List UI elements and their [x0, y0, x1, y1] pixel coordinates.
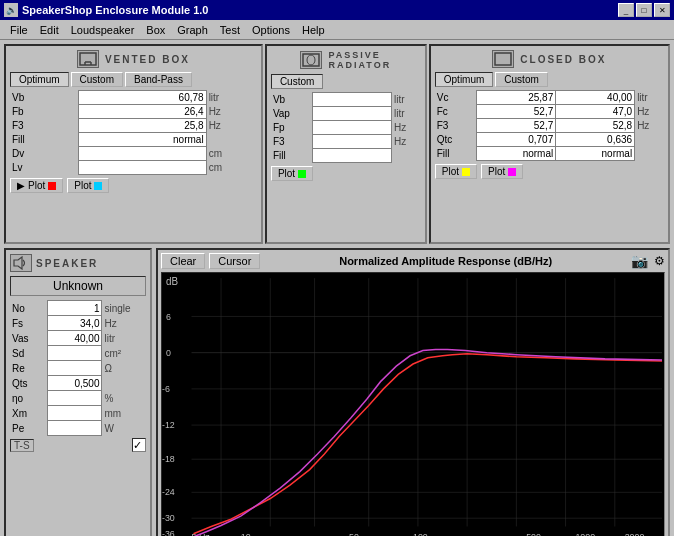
f3p-label: F3: [271, 135, 313, 149]
passive-plot-row: Plot: [271, 166, 421, 181]
menu-graph[interactable]: Graph: [171, 23, 214, 37]
passive-tab-custom[interactable]: Custom: [271, 74, 323, 89]
cursor-button[interactable]: Cursor: [209, 253, 260, 269]
menu-file[interactable]: File: [4, 23, 34, 37]
menu-edit[interactable]: Edit: [34, 23, 65, 37]
no-value2[interactable]: [47, 391, 102, 406]
fb-value[interactable]: 26,4: [78, 105, 206, 119]
qtc-value2[interactable]: 0,636: [556, 133, 635, 147]
re-value[interactable]: [47, 361, 102, 376]
svg-text:100: 100: [413, 532, 428, 536]
closed-tab-optimum[interactable]: Optimum: [435, 72, 494, 87]
svg-text:-12: -12: [162, 420, 175, 430]
clear-button[interactable]: Clear: [161, 253, 205, 269]
menu-bar: File Edit Loudspeaker Box Graph Test Opt…: [0, 20, 674, 40]
speaker-icon: [10, 254, 32, 272]
f3c-value2[interactable]: 52,8: [556, 119, 635, 133]
vb-value[interactable]: 60,78: [78, 91, 206, 105]
fillp-label: Fill: [271, 149, 313, 163]
db-axis-label: dB: [166, 276, 178, 287]
graph-icon-camera[interactable]: 📷: [631, 253, 648, 269]
vas-label: Vas: [10, 331, 47, 346]
menu-box[interactable]: Box: [140, 23, 171, 37]
fillv-value[interactable]: normal: [78, 133, 206, 147]
passive-plot-btn[interactable]: Plot: [271, 166, 313, 181]
vap-label: Vap: [271, 107, 313, 121]
fc-value2[interactable]: 47,0: [556, 105, 635, 119]
close-button[interactable]: ✕: [654, 3, 670, 17]
ts-checkbox[interactable]: ✓: [132, 438, 146, 452]
f3p-value[interactable]: [313, 135, 392, 149]
no-value[interactable]: 1: [47, 301, 102, 316]
vbp-value[interactable]: [313, 93, 392, 107]
minimize-button[interactable]: _: [618, 3, 634, 17]
svg-text:-36: -36: [162, 529, 175, 536]
closed-tab-custom[interactable]: Custom: [495, 72, 547, 87]
vented-tab-bandpass[interactable]: Band-Pass: [125, 72, 192, 87]
svg-text:-18: -18: [162, 454, 175, 464]
passive-tabs: Custom: [271, 74, 421, 89]
sd-value[interactable]: [47, 346, 102, 361]
plot-color-passive: [298, 170, 306, 178]
fillc-value2[interactable]: normal: [556, 147, 635, 161]
svg-rect-4: [303, 54, 319, 66]
vented-plot-btn-1[interactable]: ▶Plot: [10, 178, 63, 193]
vb-unit: litr: [206, 91, 257, 105]
vas-value[interactable]: 40,00: [47, 331, 102, 346]
speaker-data-table: No 1 single Fs 34,0 Hz Vas 40,00 litr Sd: [10, 300, 146, 436]
fillc-value1[interactable]: normal: [477, 147, 556, 161]
pe-value[interactable]: [47, 421, 102, 436]
vap-value[interactable]: [313, 107, 392, 121]
window-title: SpeakerShop Enclosure Module 1.0: [22, 4, 208, 16]
graph-icon-settings[interactable]: ⚙: [654, 254, 665, 268]
f3v-value[interactable]: 25,8: [78, 119, 206, 133]
menu-options[interactable]: Options: [246, 23, 296, 37]
vc-value1[interactable]: 25,87: [477, 91, 556, 105]
speaker-panel: SPEAKER Unknown No 1 single Fs 34,0 Hz V…: [4, 248, 152, 536]
vbp-label: Vb: [271, 93, 313, 107]
top-section: VENTED BOX Optimum Custom Band-Pass Vb60…: [4, 44, 670, 244]
lv-unit: cm: [206, 161, 257, 175]
xm-value[interactable]: [47, 406, 102, 421]
closed-plot-row: Plot Plot: [435, 164, 664, 179]
qtc-value1[interactable]: 0,707: [477, 133, 556, 147]
vented-box-tabs: Optimum Custom Band-Pass: [10, 72, 257, 87]
fb-label: Fb: [10, 105, 78, 119]
vc-value2[interactable]: 40,00: [556, 91, 635, 105]
lv-value[interactable]: [78, 161, 206, 175]
svg-text:-30: -30: [162, 513, 175, 523]
dv-label: Dv: [10, 147, 78, 161]
plot-color-c1: [462, 168, 470, 176]
menu-test[interactable]: Test: [214, 23, 246, 37]
closed-plot-btn-1[interactable]: Plot: [435, 164, 477, 179]
closed-box-panel: CLOSED BOX Optimum Custom Vc 25,87 40,00…: [429, 44, 670, 244]
qts-value[interactable]: 0,500: [47, 376, 102, 391]
fp-value[interactable]: [313, 121, 392, 135]
vented-box-title: VENTED BOX: [105, 54, 190, 65]
fs-value[interactable]: 34,0: [47, 316, 102, 331]
maximize-button[interactable]: □: [636, 3, 652, 17]
title-bar: 🔊 SpeakerShop Enclosure Module 1.0 _ □ ✕: [0, 0, 674, 20]
fillp-value[interactable]: [313, 149, 392, 163]
plot-color-c2: [508, 168, 516, 176]
svg-text:1000: 1000: [575, 532, 595, 536]
bottom-section: SPEAKER Unknown No 1 single Fs 34,0 Hz V…: [4, 248, 670, 536]
closed-box-tabs: Optimum Custom: [435, 72, 664, 87]
dv-value[interactable]: [78, 147, 206, 161]
menu-loudspeaker[interactable]: Loudspeaker: [65, 23, 141, 37]
passive-radiator-panel: PASSIVERADIATOR Custom Vblitr Vaplitr Fp…: [265, 44, 427, 244]
menu-help[interactable]: Help: [296, 23, 331, 37]
graph-svg: dB 6 0 -6 -12 -18 -24 -30 -36: [162, 273, 664, 536]
plot-icon-1: ▶: [17, 180, 25, 191]
f3c-value1[interactable]: 52,7: [477, 119, 556, 133]
ts-row: T-S ✓: [10, 438, 146, 452]
pe-label: Pe: [10, 421, 47, 436]
qtc-label: Qtc: [435, 133, 477, 147]
speaker-name-text: Unknown: [53, 279, 103, 293]
vc-label: Vc: [435, 91, 477, 105]
vented-tab-custom[interactable]: Custom: [71, 72, 123, 87]
vented-plot-btn-2[interactable]: Plot: [67, 178, 109, 193]
closed-plot-btn-2[interactable]: Plot: [481, 164, 523, 179]
fc-value1[interactable]: 52,7: [477, 105, 556, 119]
vented-tab-optimum[interactable]: Optimum: [10, 72, 69, 87]
